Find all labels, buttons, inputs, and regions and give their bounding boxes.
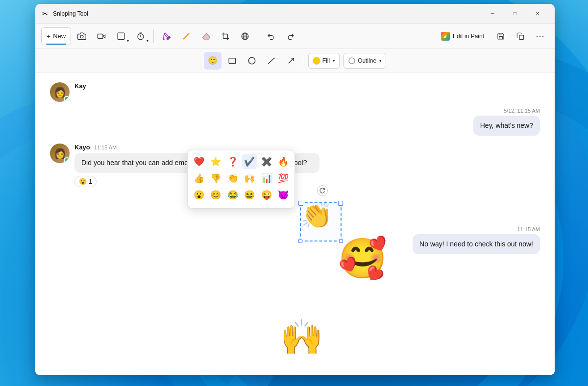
- record-button[interactable]: [93, 27, 110, 45]
- svg-point-0: [80, 35, 83, 38]
- emoji-grinning[interactable]: 😆: [242, 188, 257, 202]
- app-icon: ✂: [41, 10, 49, 18]
- pen-tool-button[interactable]: [158, 27, 175, 45]
- rectangle-tool-button[interactable]: [223, 52, 241, 70]
- save-button[interactable]: [492, 27, 510, 45]
- fill-label: Fill: [322, 57, 330, 64]
- line-tool-button[interactable]: [263, 52, 280, 70]
- emoji-star[interactable]: ⭐: [208, 154, 223, 169]
- close-button[interactable]: ✕: [526, 6, 549, 22]
- fill-chevron-icon: ▾: [333, 58, 335, 63]
- outline-color-button[interactable]: Outline ▾: [343, 53, 386, 69]
- rotate-icon: [319, 188, 325, 193]
- emoji-raised-hands[interactable]: 🙌: [242, 171, 257, 186]
- emoji-check[interactable]: ✔️: [242, 154, 257, 169]
- video-icon: [97, 32, 106, 41]
- avatar-online-status: [64, 96, 70, 102]
- emoji-devil[interactable]: 😈: [276, 188, 291, 202]
- toolbar-divider-2: [258, 29, 258, 43]
- copy-icon: [516, 32, 524, 40]
- right-message-group: 11:15 AM No way! I need to check this ou…: [50, 226, 540, 254]
- emoji-question[interactable]: ❓: [225, 154, 240, 169]
- svg-line-10: [289, 58, 294, 63]
- circle-tool-button[interactable]: [243, 52, 261, 70]
- active-indicator: [46, 44, 66, 45]
- emoji-thumbsup[interactable]: 👍: [192, 171, 206, 186]
- svg-rect-7: [229, 58, 236, 63]
- redo-button[interactable]: [282, 27, 299, 45]
- window-title: Snipping Tool: [53, 10, 88, 17]
- clapping-emoji-sticker[interactable]: 🙌: [280, 320, 323, 354]
- content-area: 👩 Kay 5/12, 11:15 AM Hey, what's new?: [35, 72, 555, 375]
- emoji-smiley-icon: 🙂: [208, 56, 218, 65]
- svg-point-11: [349, 58, 355, 64]
- message-row: 👩 Kay: [50, 82, 540, 102]
- fill-color-circle: [313, 57, 320, 65]
- maximize-button[interactable]: □: [504, 6, 526, 22]
- svg-point-8: [248, 57, 255, 64]
- message-row: 👩 Kayo 11:15 AM Did you hear that you ca…: [50, 144, 540, 187]
- arrow-tool-button[interactable]: [282, 52, 300, 70]
- copy-button[interactable]: [512, 27, 529, 45]
- crop-icon: [221, 32, 230, 41]
- emoji-fire[interactable]: 🔥: [276, 154, 291, 169]
- emoji-laugh[interactable]: 😂: [225, 188, 240, 202]
- timer-icon: [136, 32, 145, 41]
- emoji-row-3: 😮 😊 😂 😆 😜 😈: [192, 188, 291, 202]
- emoji-smile[interactable]: 😊: [208, 188, 223, 202]
- emoji-heart[interactable]: ❤️: [192, 154, 206, 169]
- redo-icon: [287, 32, 294, 40]
- reaction-badge[interactable]: 😮 1: [74, 176, 97, 187]
- emoji-row-reactions: ❤️ ⭐ ❓ ✔️ ✖️ 🔥: [192, 154, 291, 169]
- more-options-button[interactable]: ⋯: [531, 27, 549, 45]
- circle-icon: [247, 56, 256, 65]
- screenshot-button[interactable]: [73, 27, 91, 45]
- emoji-wink[interactable]: 😜: [259, 188, 274, 202]
- corner-handle-bl[interactable]: [298, 239, 302, 243]
- calligraphy-button[interactable]: [177, 27, 195, 45]
- emoji-100[interactable]: 💯: [276, 171, 291, 186]
- fill-color-button[interactable]: Fill ▾: [308, 53, 340, 69]
- message-header: Kay: [74, 82, 540, 90]
- plus-icon: +: [47, 32, 50, 40]
- more-dots-icon: ⋯: [536, 31, 545, 42]
- emoji-wow[interactable]: 😮: [192, 188, 206, 202]
- undo-button[interactable]: [262, 27, 280, 45]
- outline-label: Outline: [358, 57, 376, 64]
- line-icon: [267, 56, 276, 65]
- sticker-selection-box[interactable]: [300, 202, 342, 241]
- calligraphy-icon: [182, 32, 191, 41]
- outline-chevron-icon: ▾: [379, 58, 382, 63]
- edit-in-paint-button[interactable]: Edit in Paint: [435, 28, 490, 44]
- main-toolbar: + New: [35, 24, 555, 49]
- message-content: Kayo 11:15 AM Did you hear that you can …: [74, 144, 540, 187]
- eraser-button[interactable]: [197, 27, 215, 45]
- paint-icon: [441, 32, 450, 41]
- corner-handle-br[interactable]: [339, 239, 343, 243]
- rotate-handle[interactable]: [317, 185, 328, 196]
- emoji-cross[interactable]: ✖️: [259, 154, 274, 169]
- avatar: 👩: [50, 82, 70, 102]
- shape-button[interactable]: [112, 27, 130, 45]
- svg-line-9: [268, 58, 275, 64]
- align-button[interactable]: [236, 27, 254, 45]
- draw-divider: [304, 55, 304, 67]
- new-button[interactable]: + New: [41, 27, 71, 45]
- undo-icon: [267, 32, 275, 40]
- avatar: 👩: [50, 144, 70, 163]
- message-timestamp: 5/12, 11:15 AM: [50, 108, 540, 114]
- svg-rect-2: [118, 33, 124, 40]
- emoji-chart[interactable]: 📊: [259, 171, 274, 186]
- emoji-tool-button[interactable]: 🙂: [204, 52, 221, 70]
- message-sender: Kayo: [74, 144, 90, 151]
- minimize-button[interactable]: ─: [481, 6, 504, 22]
- timer-button[interactable]: [132, 27, 149, 45]
- camera-icon: [77, 32, 86, 41]
- outline-circle-icon: [348, 57, 356, 65]
- crop-button[interactable]: [217, 27, 234, 45]
- save-icon: [497, 32, 505, 40]
- emoji-clap[interactable]: 👏: [225, 171, 240, 186]
- emoji-thumbsdown[interactable]: 👎: [208, 171, 223, 186]
- love-emoji-sticker[interactable]: 🥰: [338, 239, 387, 278]
- message-sender: Kay: [74, 82, 86, 90]
